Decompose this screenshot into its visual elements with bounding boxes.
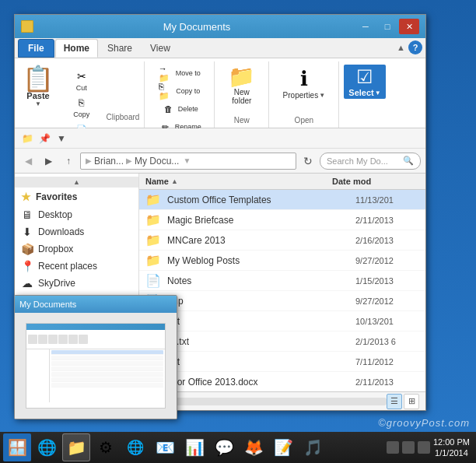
refresh-button[interactable]: ↻ <box>299 153 317 170</box>
open-buttons: ℹ Properties ▼ <box>280 61 329 114</box>
ribbon-open-group: ℹ Properties ▼ Open <box>269 61 339 128</box>
nav-scroll-up[interactable]: ▲ <box>15 177 138 188</box>
file-item-1[interactable]: 📁 Magic Briefcase 2/11/2013 <box>139 210 425 230</box>
help-button[interactable]: ? <box>408 40 422 54</box>
desktop: My Documents ─ □ ✕ File Home Share View … <box>0 0 476 463</box>
file-item-9[interactable]: 📄 s for Office 2013.docx 2/11/2013 <box>139 372 425 391</box>
maximize-button[interactable]: □ <box>377 19 397 34</box>
qa-folder-icon[interactable]: 📁 <box>19 131 35 146</box>
time-text: 12:00 PM <box>433 437 470 447</box>
select-icon: ☑ <box>356 66 373 88</box>
new-folder-icon: 📁 <box>228 66 255 88</box>
file-name-2: MNCare 2013 <box>167 235 355 246</box>
copy-button[interactable]: ⎘ Copy <box>57 94 107 119</box>
move-to-icon: →📁 <box>159 65 174 81</box>
taskbar-explorer[interactable]: 📁 <box>62 433 90 461</box>
mini-row5 <box>51 372 163 377</box>
breadcrumb-mydocs[interactable]: My Docu... <box>135 156 179 167</box>
watermark: ©groovyPost.com <box>378 417 470 429</box>
copy-icon: ⎘ <box>74 95 89 110</box>
mini-btn4 <box>58 335 68 344</box>
ribbon-organize-group: →📁 Move to ⎘📁 Copy to <box>145 61 215 128</box>
close-button[interactable]: ✕ <box>399 19 419 34</box>
copy-label: Copy <box>73 110 89 118</box>
taskbar-firefox[interactable]: 🦊 <box>240 433 268 461</box>
forward-button[interactable]: ▶ <box>40 153 57 170</box>
properties-label: Properties ▼ <box>283 91 326 100</box>
properties-button[interactable]: ℹ Properties ▼ <box>280 65 329 101</box>
up-button[interactable]: ↑ <box>60 153 77 170</box>
taskbar-word[interactable]: 📝 <box>269 433 297 461</box>
minimize-button[interactable]: ─ <box>355 19 376 34</box>
file-item-7[interactable]: 📄 ile.txt 2/1/2013 6 <box>139 331 425 352</box>
thumbnail-preview-window: My Documents <box>14 295 177 419</box>
new-folder-label: Newfolder <box>232 88 251 105</box>
taskbar-start-button[interactable]: 🪟 <box>3 433 31 461</box>
desktop-icon: 🖥 <box>21 209 33 221</box>
qa-dropdown-btn[interactable]: ▼ <box>54 131 69 146</box>
file-item-4[interactable]: 📄 Notes 1/15/2013 <box>139 271 425 291</box>
address-dropdown-arrow[interactable]: ▼ <box>183 156 191 165</box>
tab-share[interactable]: Share <box>99 39 141 58</box>
tab-view[interactable]: View <box>142 39 179 58</box>
mini-titlebar <box>26 324 165 330</box>
taskbar-vlc[interactable]: 🎵 <box>299 433 327 461</box>
taskbar-ie[interactable]: 🌐 <box>33 433 61 461</box>
properties-dropdown[interactable]: ▼ <box>319 92 325 99</box>
breadcrumb-brian[interactable]: Brian... <box>94 156 124 167</box>
tray-icon3[interactable] <box>418 441 430 454</box>
file-item-6[interactable]: 📄 .txt 10/13/201 <box>139 311 425 331</box>
nav-item-dropbox[interactable]: 📦 Dropbox <box>15 240 138 258</box>
cut-button[interactable]: ✂ Cut <box>57 68 107 93</box>
address-field[interactable]: ▶ Brian... ▶ My Docu... ▼ <box>80 153 296 170</box>
file-item-2[interactable]: 📁 MNCare 2013 2/16/2013 <box>139 230 425 251</box>
thumbnail-content <box>15 313 177 419</box>
paste-label: Paste <box>26 91 49 100</box>
back-button[interactable]: ◀ <box>19 153 37 170</box>
taskbar-outlook[interactable]: 📊 <box>180 433 208 461</box>
qa-pin-icon[interactable]: 📌 <box>37 131 52 146</box>
col-header-date[interactable]: Date mod <box>326 175 425 188</box>
move-to-button[interactable]: →📁 Move to <box>156 65 204 82</box>
quick-access-toolbar: 📁 📌 ▼ <box>15 128 425 149</box>
new-folder-button[interactable]: 📁 Newfolder <box>225 65 259 107</box>
tab-home[interactable]: Home <box>55 39 98 58</box>
thumbnail-screenshot <box>26 323 166 409</box>
taskbar-settings[interactable]: ⚙ <box>92 433 120 461</box>
nav-item-desktop[interactable]: 🖥 Desktop <box>15 206 138 223</box>
file-date-3: 9/27/2012 <box>355 256 425 265</box>
file-item-0[interactable]: 📁 Custom Office Templates 11/13/201 <box>139 190 425 210</box>
taskbar-chrome[interactable]: 🌐 <box>121 433 149 461</box>
search-icon[interactable]: 🔍 <box>403 156 414 166</box>
select-button[interactable]: ☑ Select ▼ <box>344 65 385 99</box>
file-name-6: .txt <box>167 316 355 327</box>
file-date-2: 2/16/2013 <box>355 236 425 245</box>
collapse-ribbon-icon[interactable]: ▲ <box>397 43 405 52</box>
ribbon-clipboard-group: 📋 Paste ▼ ✂ Cut ⎘ Copy 📄 Copy pat <box>15 61 145 128</box>
delete-button[interactable]: 🗑 Delete <box>156 100 204 118</box>
clock-display[interactable]: 12:00 PM 1/1/2014 <box>433 437 470 459</box>
nav-item-downloads[interactable]: ⬇ Downloads <box>15 223 138 240</box>
details-view-button[interactable]: ☰ <box>387 394 402 409</box>
file-item-5[interactable]: 📄 .rdp 9/27/2012 <box>139 291 425 311</box>
select-dropdown-arrow[interactable]: ▼ <box>375 89 381 96</box>
mini-btn1 <box>28 335 37 344</box>
tray-icon1[interactable] <box>387 441 399 454</box>
tab-file[interactable]: File <box>18 39 54 58</box>
col-header-name[interactable]: Name ▲ <box>139 175 326 188</box>
file-item-8[interactable]: 📄 .txt 7/11/2012 <box>139 352 425 372</box>
paste-button[interactable]: 📋 Paste ▼ <box>19 65 57 109</box>
paste-dropdown-arrow[interactable]: ▼ <box>35 100 41 107</box>
taskbar-skype[interactable]: 💬 <box>210 433 238 461</box>
taskbar-mail[interactable]: 📧 <box>151 433 179 461</box>
large-icons-view-button[interactable]: ⊞ <box>404 394 419 409</box>
file-icon-0: 📁 <box>139 192 167 207</box>
file-item-3[interactable]: 📁 My Weblog Posts 9/27/2012 <box>139 251 425 271</box>
copy-to-button[interactable]: ⎘📁 Copy to <box>156 82 204 100</box>
search-field[interactable]: Search My Do... 🔍 <box>320 153 421 170</box>
file-name-4: Notes <box>167 275 355 286</box>
tray-icon2[interactable] <box>402 441 415 454</box>
nav-item-recent[interactable]: 📍 Recent places <box>15 258 138 275</box>
copy-to-row: ⎘📁 Copy to <box>159 83 200 99</box>
nav-item-skydrive[interactable]: ☁ SkyDrive <box>15 275 138 292</box>
